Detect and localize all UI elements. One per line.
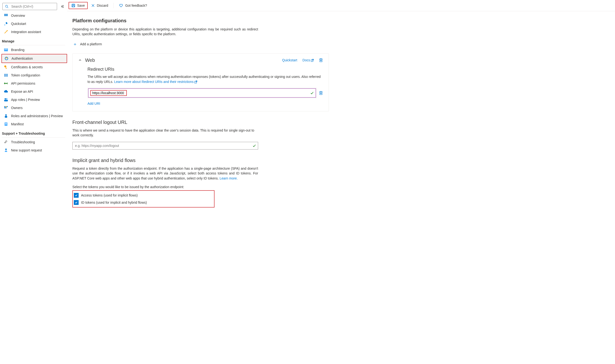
search-input[interactable] bbox=[11, 4, 55, 9]
add-platform-button[interactable]: ＋ Add a platform bbox=[72, 41, 329, 47]
sidebar-item-new-support[interactable]: New support request bbox=[1, 146, 67, 154]
sidebar-item-api-permissions[interactable]: API permissions bbox=[1, 79, 67, 88]
web-quickstart-link[interactable]: Quickstart bbox=[282, 58, 297, 62]
svg-rect-3 bbox=[5, 14, 6, 15]
sidebar-item-label: Authentication bbox=[12, 57, 33, 60]
sidebar-section-support: Support + Troubleshooting bbox=[1, 128, 67, 137]
logout-url-input-wrap[interactable] bbox=[72, 142, 258, 150]
save-label: Save bbox=[77, 4, 85, 7]
sidebar-item-app-roles[interactable]: App roles | Preview bbox=[1, 96, 67, 104]
svg-rect-11 bbox=[5, 49, 7, 49]
sidebar-item-integration[interactable]: Integration assistant bbox=[1, 28, 67, 36]
sidebar-item-label: New support request bbox=[11, 148, 42, 152]
sidebar-item-owners[interactable]: Owners bbox=[1, 104, 67, 112]
feedback-button[interactable]: Got feedback? bbox=[117, 2, 149, 9]
svg-point-22 bbox=[6, 98, 7, 100]
svg-point-8 bbox=[4, 25, 5, 26]
svg-point-29 bbox=[5, 114, 7, 116]
sidebar-section-manage: Manage bbox=[1, 36, 67, 45]
id-tokens-checkbox-row[interactable]: ID tokens (used for implicit and hybrid … bbox=[74, 199, 147, 206]
svg-rect-2 bbox=[4, 14, 5, 15]
main-content: Save Discard Got feedback? Platform conf… bbox=[67, 0, 615, 364]
redirect-learn-more-link[interactable]: Learn more about Redirect URIs and their… bbox=[114, 80, 197, 84]
toolbar-separator bbox=[113, 3, 114, 8]
implicit-grant-title: Implicit grant and hybrid flows bbox=[72, 158, 258, 163]
logout-url-desc: This is where we send a request to have … bbox=[72, 128, 258, 138]
sidebar-item-roles-admins[interactable]: Roles and administrators | Preview bbox=[1, 112, 67, 120]
add-uri-button[interactable]: Add URI bbox=[88, 102, 100, 105]
redirect-uri-value-highlight bbox=[90, 90, 127, 96]
implicit-grant-desc: Request a token directly from the author… bbox=[72, 166, 258, 181]
discard-label: Discard bbox=[97, 4, 108, 7]
save-button[interactable]: Save bbox=[68, 2, 88, 9]
sidebar-item-expose-api[interactable]: Expose an API bbox=[1, 88, 67, 96]
wand-icon bbox=[4, 30, 8, 34]
svg-point-34 bbox=[5, 149, 7, 150]
owners-icon bbox=[4, 106, 8, 110]
svg-rect-36 bbox=[73, 4, 74, 5]
svg-rect-7 bbox=[7, 15, 8, 16]
svg-point-12 bbox=[5, 57, 8, 60]
search-box[interactable] bbox=[2, 3, 57, 10]
svg-rect-16 bbox=[4, 74, 5, 77]
sidebar-item-overview[interactable]: Overview bbox=[1, 12, 67, 20]
sidebar-item-label: Overview bbox=[11, 14, 25, 17]
sidebar-item-label: API permissions bbox=[11, 81, 35, 85]
svg-rect-6 bbox=[5, 15, 6, 16]
wrench-icon bbox=[4, 140, 8, 144]
divider bbox=[2, 137, 65, 138]
divider bbox=[2, 45, 65, 45]
svg-rect-27 bbox=[4, 107, 5, 108]
delete-web-platform-button[interactable] bbox=[319, 58, 323, 62]
delete-uri-button[interactable] bbox=[319, 91, 323, 95]
sidebar-item-label: Branding bbox=[11, 48, 25, 52]
logout-url-input[interactable] bbox=[75, 143, 251, 148]
web-docs-link[interactable]: Docs bbox=[302, 58, 314, 62]
svg-point-20 bbox=[4, 83, 5, 84]
access-tokens-label: Access tokens (used for implicit flows) bbox=[81, 193, 138, 197]
search-icon bbox=[5, 4, 9, 9]
sidebar-item-label: Quickstart bbox=[11, 22, 26, 26]
svg-line-49 bbox=[196, 81, 197, 82]
access-tokens-checkbox-row[interactable]: Access tokens (used for implicit flows) bbox=[74, 192, 147, 199]
users-icon bbox=[4, 98, 8, 102]
svg-rect-5 bbox=[4, 15, 5, 16]
external-link-icon bbox=[311, 59, 314, 62]
check-icon bbox=[253, 144, 256, 147]
sidebar-item-troubleshooting[interactable]: Troubleshooting bbox=[1, 138, 67, 146]
authentication-icon bbox=[4, 56, 9, 61]
svg-rect-37 bbox=[72, 6, 74, 7]
svg-line-1 bbox=[7, 7, 8, 8]
sidebar-item-quickstart[interactable]: Quickstart bbox=[1, 20, 67, 28]
admin-icon bbox=[4, 114, 8, 118]
sidebar-item-label: Roles and administrators | Preview bbox=[11, 114, 63, 118]
redirect-uris-desc: The URIs we will accept as destinations … bbox=[88, 74, 323, 84]
svg-rect-32 bbox=[5, 123, 7, 124]
sidebar-item-branding[interactable]: Branding bbox=[1, 46, 67, 54]
svg-rect-33 bbox=[5, 124, 7, 124]
collapse-sidebar-button[interactable] bbox=[59, 4, 65, 9]
token-checkboxes-highlight: Access tokens (used for implicit flows) … bbox=[72, 190, 214, 208]
implicit-learn-more-link[interactable]: Learn more. bbox=[220, 176, 237, 180]
svg-point-21 bbox=[5, 98, 6, 100]
redirect-uri-input[interactable] bbox=[92, 91, 125, 95]
external-link-icon bbox=[194, 80, 197, 83]
svg-rect-28 bbox=[5, 107, 6, 108]
collapse-card-button[interactable] bbox=[78, 58, 82, 62]
platform-configurations-desc: Depending on the platform or device this… bbox=[72, 27, 258, 37]
sidebar-item-token-config[interactable]: Token configuration bbox=[1, 71, 67, 79]
support-icon bbox=[4, 148, 8, 152]
sidebar-item-label: Integration assistant bbox=[11, 30, 41, 34]
sidebar-item-manifest[interactable]: Manifest bbox=[1, 120, 67, 128]
branding-icon bbox=[4, 48, 8, 52]
grid-icon bbox=[4, 13, 8, 18]
svg-rect-26 bbox=[7, 106, 8, 107]
sidebar-item-authentication[interactable]: Authentication bbox=[1, 54, 67, 63]
discard-button[interactable]: Discard bbox=[89, 2, 110, 9]
close-icon bbox=[91, 4, 95, 7]
toolbar: Save Discard Got feedback? bbox=[67, 0, 615, 11]
svg-rect-17 bbox=[5, 74, 6, 77]
sidebar-item-certificates[interactable]: Certificates & secrets bbox=[1, 63, 67, 71]
redirect-uris-title: Redirect URIs bbox=[88, 67, 323, 72]
add-platform-label: Add a platform bbox=[80, 42, 102, 46]
